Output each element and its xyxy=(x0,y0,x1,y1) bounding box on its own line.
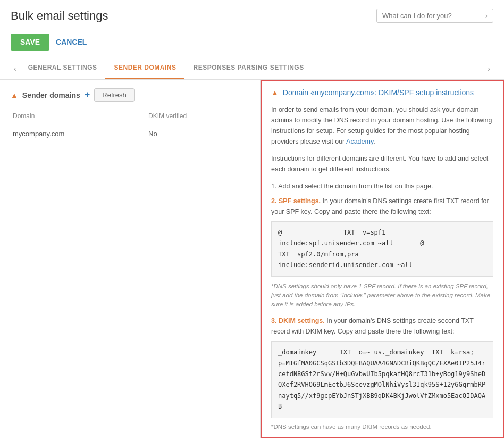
cancel-button[interactable]: CANCEL xyxy=(56,38,87,46)
page-title: Bulk email settings xyxy=(11,9,108,23)
intro-paragraph: In order to send emails from your domain… xyxy=(271,104,493,147)
search-input[interactable] xyxy=(382,12,485,20)
step1-text: 1. Add and select the domain from the li… xyxy=(271,181,493,192)
main-content: ▲ Sender domains + Refresh Domain DKIM v… xyxy=(0,80,504,438)
cell-domain: mycompany.com xyxy=(11,124,146,144)
section-header: ▲ Sender domains + Refresh xyxy=(11,88,249,102)
table-row[interactable]: mycompany.com No xyxy=(11,124,249,144)
step2-label: 2. SPF settings. xyxy=(271,197,321,205)
save-button[interactable]: SAVE xyxy=(11,34,49,51)
col-domain: Domain xyxy=(11,108,146,124)
left-panel: ▲ Sender domains + Refresh Domain DKIM v… xyxy=(0,80,261,438)
search-arrow-icon: › xyxy=(485,12,488,20)
tab-next-arrow[interactable]: › xyxy=(484,58,493,79)
add-domain-icon[interactable]: + xyxy=(85,89,90,101)
intro-text-1: In order to send emails from your domain… xyxy=(271,106,492,145)
tab-general-settings[interactable]: GENERAL SETTINGS xyxy=(20,57,106,79)
right-panel-title: Domain «mycompany.com»: DKIM/SPF setup i… xyxy=(283,88,474,97)
dkim-code-box[interactable]: _domainkey TXT o=~ us._domainkey TXT k=r… xyxy=(271,341,493,418)
tabs-bar: ‹ GENERAL SETTINGS SENDER DOMAINS RESPON… xyxy=(0,57,504,80)
step3-text: 3. DKIM settings. In your domain's DNS s… xyxy=(271,315,493,337)
tab-sender-domains[interactable]: SENDER DOMAINS xyxy=(105,57,184,79)
spf-note: *DNS settings should only have 1 SPF rec… xyxy=(271,282,493,310)
right-panel-header: ▲ Domain «mycompany.com»: DKIM/SPF setup… xyxy=(271,88,493,97)
para2: Instructions for different domains are d… xyxy=(271,153,493,174)
spf-code-box[interactable]: @ TXT v=spf1 include:spf.unisender.com ~… xyxy=(271,221,493,277)
right-panel-collapse-icon[interactable]: ▲ xyxy=(271,88,279,97)
right-panel: ▲ Domain «mycompany.com»: DKIM/SPF setup… xyxy=(261,80,504,438)
col-dkim: DKIM verified xyxy=(146,108,249,124)
search-bar[interactable]: › xyxy=(376,9,493,23)
refresh-button[interactable]: Refresh xyxy=(94,88,135,102)
actions-row: SAVE CANCEL xyxy=(11,29,493,53)
domain-table: Domain DKIM verified mycompany.com No xyxy=(11,108,249,143)
tab-prev-arrow[interactable]: ‹ xyxy=(11,58,20,79)
header: Bulk email settings › SAVE CANCEL xyxy=(0,0,504,57)
dkim-note: *DNS settings can have as many DKIM reco… xyxy=(271,423,493,430)
tab-responses-parsing[interactable]: RESPONSES PARSING SETTINGS xyxy=(184,57,312,79)
section-title: Sender domains xyxy=(22,91,80,99)
step3-label: 3. DKIM settings. xyxy=(271,317,325,324)
cell-dkim: No xyxy=(146,124,249,144)
section-collapse-icon[interactable]: ▲ xyxy=(11,91,18,99)
step2-text: 2. SPF settings. In your domain's DNS se… xyxy=(271,196,493,217)
academy-link[interactable]: Academy xyxy=(346,138,373,145)
